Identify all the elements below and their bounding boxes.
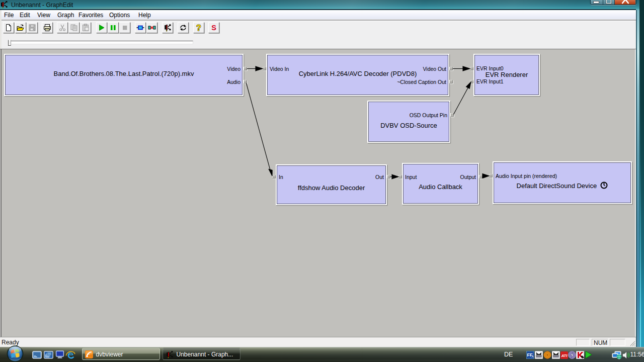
svg-text:A: A [531,355,533,358]
svg-text:ATI: ATI [561,353,568,358]
